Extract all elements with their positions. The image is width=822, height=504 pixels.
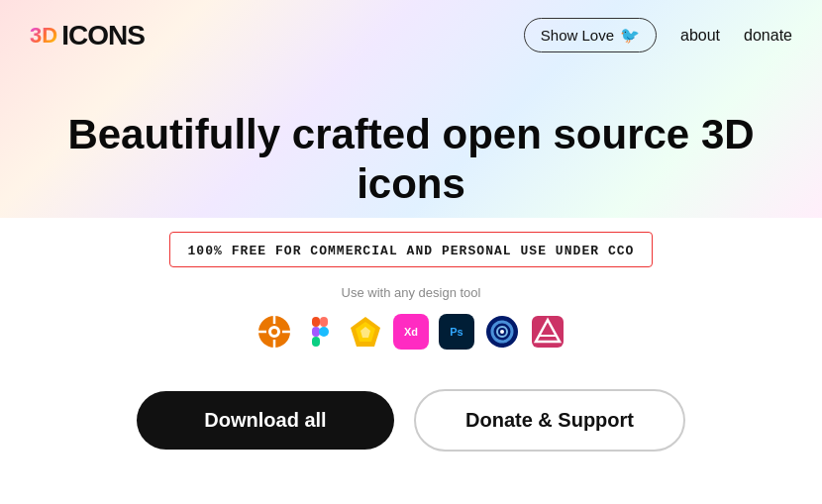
svg-rect-10 [312,337,320,347]
about-link[interactable]: about [680,27,720,45]
design-tool-label: Use with any design tool [342,285,481,300]
download-button[interactable]: Download all [137,391,394,450]
svg-point-18 [500,330,504,334]
main-content: Beautifully crafted open source 3D icons… [0,70,822,452]
show-love-button[interactable]: Show Love 🐦 [524,18,657,52]
logo-3d: 3D [30,25,57,47]
logo: 3D ICONS [30,20,145,51]
blender-icon [257,314,292,350]
show-love-label: Show Love [541,27,614,44]
header: 3D ICONS Show Love 🐦 about donate [0,0,822,70]
affinity-icon [530,314,565,350]
tool-icons-row: Xd Ps [257,314,565,350]
license-badge: 100% FREE FOR COMMERCIAL AND PERSONAL US… [169,232,654,267]
license-text: 100% FREE FOR COMMERCIAL AND PERSONAL US… [188,244,635,258]
adobe-xd-icon[interactable]: Xd [393,314,429,350]
hero-title: Beautifully crafted open source 3D icons [64,110,758,210]
svg-rect-7 [312,317,320,327]
donate-support-button[interactable]: Donate & Support [414,389,685,452]
photoshop-icon[interactable]: Ps [439,314,474,350]
svg-rect-9 [312,327,320,337]
svg-point-2 [271,329,277,335]
svg-point-11 [319,327,329,337]
logo-icons-text: ICONS [61,20,145,51]
buttons-row: Download all Donate & Support [137,389,685,452]
cinema4d-icon [484,314,520,350]
sketch-icon [348,314,383,350]
twitter-icon: 🐦 [620,26,640,45]
svg-rect-8 [320,317,328,327]
nav: Show Love 🐦 about donate [524,18,792,52]
license-type: CCO [608,244,635,258]
donate-link[interactable]: donate [744,27,792,45]
figma-icon [302,314,338,350]
